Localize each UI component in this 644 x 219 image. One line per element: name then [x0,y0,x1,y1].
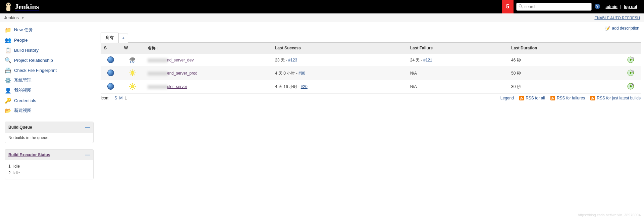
duration-cell: 30 秒 [508,80,621,93]
sidebar-item-label[interactable]: 系统管理 [14,77,32,83]
col-success[interactable]: Last Success [272,42,407,54]
sidebar-item-label[interactable]: New 任务 [14,27,33,33]
svg-line-38 [134,88,135,89]
svg-line-5 [521,7,523,8]
failure-na: N/A [410,84,417,89]
status-ball-icon[interactable] [107,70,114,76]
sidebar-item-label[interactable]: 我的视图 [14,87,32,93]
my-views-icon: 👤 [5,87,11,94]
success-prefix: 4 天 16 小时 - [275,84,301,89]
col-name[interactable]: 名称 ↓ [144,42,272,54]
table-footer: Icon: S M L Legend RSS for all RSS for f… [101,96,641,101]
table-row: uler_server4 天 16 小时 - #20N/A30 秒 [101,80,641,93]
logout-link[interactable]: log out [621,4,640,9]
icon-size-s[interactable]: S [114,96,117,100]
table-row: end_server_prod4 天 0 小时 - #80N/A50 秒 [101,67,641,80]
people-icon: 👥 [5,37,11,43]
tab-bar: 所有 + [101,33,641,43]
status-ball-icon[interactable] [107,56,114,63]
svg-rect-1 [6,7,10,11]
svg-text:?: ? [596,4,598,9]
tab-all[interactable]: 所有 [101,33,119,43]
side-panel: 📁New 任务👥People📋Build History🔍Project Rel… [0,22,97,182]
svg-line-11 [132,61,132,63]
sidebar-item-fingerprint[interactable]: 📇Check File Fingerprint [5,65,97,75]
rss-icon [519,96,524,100]
svg-line-10 [130,61,131,63]
tab-add[interactable]: + [119,34,128,43]
search-input[interactable] [525,4,589,9]
sidebar-item-label[interactable]: Credentials [14,98,36,103]
sidebar-item-credentials[interactable]: 🔑Credentials [5,95,97,105]
breadcrumb-bar: Jenkins ▶ ENABLE AUTO REFRESH [0,13,644,22]
build-link[interactable]: #80 [299,71,305,76]
sidebar-item-my-views[interactable]: 👤我的视图 [5,85,97,95]
user-link[interactable]: admin [603,4,620,9]
success-prefix: 4 天 0 小时 - [275,71,299,76]
svg-rect-50 [590,96,595,100]
col-failure[interactable]: Last Failure [407,42,508,54]
search-icon [519,4,523,10]
weather-rain-icon [129,56,136,64]
notifications-badge[interactable]: 5 [502,0,514,13]
svg-line-12 [133,61,134,63]
col-duration[interactable]: Last Duration [508,42,621,54]
rss-all-link[interactable]: RSS for all [526,96,545,100]
sidebar-item-label[interactable]: People [14,38,28,43]
jenkins-logo-link[interactable]: Jenkins [4,2,39,12]
help-icon[interactable]: ? [594,3,600,10]
chevron-right-icon: ▶ [22,16,24,19]
legend-link[interactable]: Legend [500,96,514,100]
schedule-build-icon[interactable] [627,70,634,76]
executor-state: Idle [13,171,20,175]
sidebar-item-build-history[interactable]: 📋Build History [5,45,97,55]
sidebar-item-label[interactable]: Check File Fingerprint [14,68,57,73]
build-link[interactable]: #20 [301,84,308,89]
build-link[interactable]: #121 [423,58,432,62]
status-ball-icon[interactable] [107,83,114,90]
add-description-link[interactable]: add description [612,26,639,31]
product-name: Jenkins [15,2,39,11]
sidebar-item-new-view[interactable]: 📂新建视图 [5,105,97,116]
sidebar-item-label[interactable]: Project Relationship [14,58,53,63]
schedule-build-icon[interactable] [627,56,634,63]
breadcrumb-root[interactable]: Jenkins [4,15,19,20]
table-row: nd_server_dev23 天 - #12324 天 - #12146 秒 [101,54,641,67]
fingerprint-icon: 📇 [5,67,11,74]
executor-row: 2Idle [8,170,90,176]
icon-size-m[interactable]: M [119,96,122,100]
rss-latest-link[interactable]: RSS for just latest builds [597,96,641,100]
auto-refresh-link[interactable]: ENABLE AUTO REFRESH [594,16,640,20]
edit-icon: 📝 [605,26,610,31]
search-box[interactable] [516,3,592,11]
failure-prefix: 24 天 - [410,58,423,62]
success-prefix: 23 天 - [275,58,288,62]
sidebar-item-manage-jenkins[interactable]: ⚙️系统管理 [5,75,97,85]
col-schedule [621,42,641,54]
name-redacted [148,72,168,76]
icon-size-label: Icon: [101,96,109,100]
rss-icon [590,96,595,100]
sidebar-item-people[interactable]: 👥People [5,35,97,45]
sidebar-item-label[interactable]: Build History [14,48,39,53]
sidebar-item-label[interactable]: 新建视图 [14,107,32,114]
build-link[interactable]: #123 [288,58,297,62]
job-link[interactable]: end_server_prod [167,71,198,76]
executor-status-title[interactable]: Build Executor Status [8,152,50,157]
sidebar-item-project-relationship[interactable]: 🔍Project Relationship [5,55,97,65]
col-status[interactable]: S [101,42,121,54]
rss-failures-link[interactable]: RSS for failures [557,96,585,100]
col-weather[interactable]: W [121,42,144,54]
collapse-icon[interactable]: — [85,152,90,158]
schedule-build-icon[interactable] [627,83,634,90]
executor-state: Idle [13,164,20,169]
sidebar-item-new-item[interactable]: 📁New 任务 [5,25,97,35]
svg-point-4 [519,4,522,7]
failure-na: N/A [410,71,417,76]
duration-cell: 46 秒 [508,54,621,67]
job-link[interactable]: nd_server_dev [167,58,194,62]
svg-line-25 [130,75,131,75]
job-link[interactable]: uler_server [167,84,187,89]
svg-line-37 [130,84,131,85]
collapse-icon[interactable]: — [85,125,90,130]
